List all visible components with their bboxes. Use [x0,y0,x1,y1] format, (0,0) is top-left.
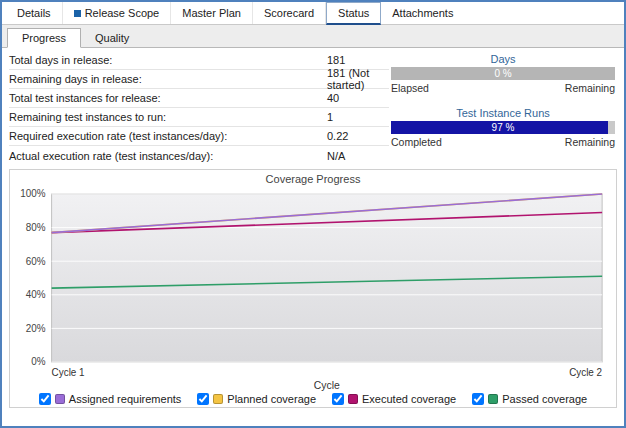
runs-gauge: Test Instance Runs 97 % Completed Remain… [391,107,615,148]
legend-label: Assigned requirements [69,393,182,405]
tab-attachments[interactable]: Attachments [381,2,464,24]
stat-value: 0.22 [327,130,389,142]
legend-checkbox[interactable] [332,393,344,405]
stat-label: Total test instances for release: [9,92,327,104]
days-gauge-percent: 0 % [391,67,615,80]
tab-release-scope[interactable]: Release Scope [63,2,172,24]
svg-text:20%: 20% [26,323,46,334]
tab-details-label: Details [17,7,51,19]
stat-label: Required execution rate (test instances/… [9,130,327,142]
tab-details[interactable]: Details [6,2,63,24]
coverage-chart: Coverage Progress 0%20%40%60%80%100%Cycl… [9,169,617,408]
release-scope-icon [74,10,81,17]
stats-table: Total days in release: 181 Remaining day… [9,50,389,165]
runs-gauge-percent: 97 % [391,121,615,134]
chart-title: Coverage Progress [12,173,614,185]
legend-item-passed-coverage[interactable]: Passed coverage [472,393,587,405]
days-gauge-right-label: Remaining [565,82,615,94]
tab-master-plan[interactable]: Master Plan [171,2,253,24]
coverage-chart-svg: 0%20%40%60%80%100%Cycle 1Cycle 2Cycle [12,186,614,392]
svg-text:60%: 60% [26,256,46,267]
main-tabbar: Details Release Scope Master Plan Scorec… [2,2,624,25]
days-gauge-left-label: Elapsed [391,82,429,94]
stat-label: Remaining test instances to run: [9,111,327,123]
legend-checkbox[interactable] [39,393,51,405]
legend-checkbox[interactable] [197,393,209,405]
stat-row-remaining-instances: Remaining test instances to run: 1 [9,108,389,127]
legend-label: Executed coverage [362,393,456,405]
runs-gauge-labels: Completed Remaining [391,136,615,148]
stat-row-required-rate: Required execution rate (test instances/… [9,127,389,146]
tab-status[interactable]: Status [326,2,381,25]
legend-item-executed-coverage[interactable]: Executed coverage [332,393,456,405]
svg-text:Cycle 2: Cycle 2 [569,367,602,378]
stat-label: Total days in release: [9,54,327,66]
days-gauge: Days 0 % Elapsed Remaining [391,53,615,94]
tab-release-scope-label: Release Scope [85,7,160,19]
legend-label: Planned coverage [227,393,316,405]
svg-text:80%: 80% [26,222,46,233]
runs-gauge-right-label: Remaining [565,136,615,148]
legend-swatch [488,394,498,404]
svg-text:40%: 40% [26,289,46,300]
svg-text:Cycle 1: Cycle 1 [52,367,85,378]
stat-row-total-instances: Total test instances for release: 40 [9,89,389,108]
tab-scorecard-label: Scorecard [264,7,314,19]
stat-label: Remaining days in release: [9,73,327,85]
svg-text:100%: 100% [20,188,45,199]
gauges-panel: Days 0 % Elapsed Remaining Test Instance… [389,50,617,165]
days-gauge-bar: 0 % [391,67,615,80]
svg-text:Cycle: Cycle [314,380,340,391]
legend-label: Passed coverage [502,393,587,405]
legend-swatch [55,394,65,404]
stat-label: Actual execution rate (test instances/da… [9,150,327,162]
legend-swatch [213,394,223,404]
stat-row-remaining-days: Remaining days in release: 181 (Not star… [9,70,389,89]
svg-text:0%: 0% [31,356,45,367]
legend-item-planned-coverage[interactable]: Planned coverage [197,393,316,405]
runs-gauge-title: Test Instance Runs [391,107,615,119]
stat-value: 181 [327,54,389,66]
tab-attachments-label: Attachments [392,7,453,19]
stat-value: 1 [327,111,389,123]
runs-gauge-left-label: Completed [391,136,442,148]
runs-gauge-bar: 97 % [391,121,615,134]
tab-master-plan-label: Master Plan [182,7,241,19]
tab-scorecard[interactable]: Scorecard [253,2,326,24]
subtab-progress[interactable]: Progress [7,28,81,48]
release-status-panel: Details Release Scope Master Plan Scorec… [0,0,626,428]
stat-value: 181 (Not started) [327,67,389,91]
progress-stats-section: Total days in release: 181 Remaining day… [2,48,624,165]
stat-value: 40 [327,92,389,104]
legend-swatch [348,394,358,404]
legend-checkbox[interactable] [472,393,484,405]
tab-status-label: Status [338,7,369,19]
status-subtabbar: Progress Quality [2,25,624,48]
subtab-quality-label: Quality [95,32,129,44]
chart-legend: Assigned requirements Planned coverage E… [12,393,614,405]
legend-item-assigned-requirements[interactable]: Assigned requirements [39,393,182,405]
subtab-progress-label: Progress [22,32,66,44]
subtab-quality[interactable]: Quality [81,28,143,47]
stat-row-actual-rate: Actual execution rate (test instances/da… [9,146,389,165]
stat-value: N/A [327,150,389,162]
days-gauge-labels: Elapsed Remaining [391,82,615,94]
days-gauge-title: Days [391,53,615,65]
